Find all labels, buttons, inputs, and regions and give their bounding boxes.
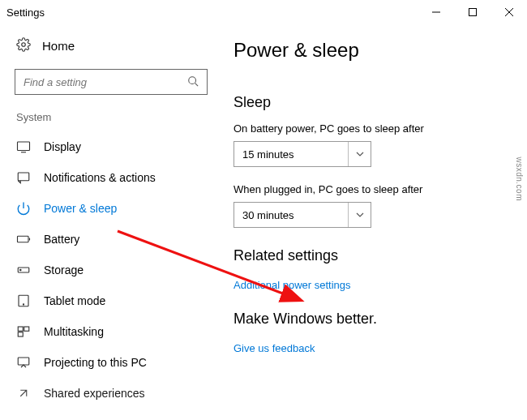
nav-label: Storage [44,264,84,276]
related-settings-heading: Related settings [234,247,504,264]
main-panel: Power & sleep Sleep On battery power, PC… [211,24,527,420]
maximize-icon [469,8,477,16]
window-title: Settings [6,6,45,19]
close-button[interactable] [491,0,527,24]
sidebar-item-power-sleep[interactable]: Power & sleep [15,193,204,224]
svg-point-4 [22,43,26,47]
projecting-icon [16,355,31,370]
shared-icon [16,386,31,401]
chevron-down-icon [348,203,371,227]
nav-label: Battery [44,233,79,246]
maximize-button[interactable] [454,0,491,24]
battery-sleep-dropdown[interactable]: 15 minutes [234,141,371,167]
notifications-icon [16,170,31,185]
nav-label: Multitasking [44,325,104,338]
power-icon [16,201,31,216]
svg-point-16 [23,304,24,305]
search-icon [187,75,199,89]
close-icon [505,8,513,16]
svg-rect-9 [18,173,29,181]
nav-label: Display [44,140,81,153]
display-icon [16,139,31,154]
sleep-heading: Sleep [234,94,504,111]
sidebar-item-multitasking[interactable]: Multitasking [15,316,204,347]
plugged-sleep-value: 30 minutes [242,209,294,221]
search-input[interactable] [24,76,187,88]
svg-rect-1 [469,9,476,16]
home-label: Home [42,39,75,53]
watermark: wsxdn.com [515,156,524,201]
svg-rect-20 [18,358,29,365]
sidebar-item-projecting[interactable]: Projecting to this PC [15,347,204,378]
storage-icon [16,263,31,277]
sidebar-item-notifications[interactable]: Notifications & actions [15,162,204,193]
minimize-icon [432,8,440,16]
plugged-sleep-dropdown[interactable]: 30 minutes [234,202,371,228]
multitasking-icon [16,324,31,339]
minimize-button[interactable] [418,0,454,24]
additional-power-settings-link[interactable]: Additional power settings [234,279,351,291]
nav-label: Projecting to this PC [44,356,147,369]
sidebar-item-battery[interactable]: Battery [15,224,204,255]
svg-rect-17 [18,327,23,331]
chevron-down-icon [348,142,371,166]
feedback-link[interactable]: Give us feedback [234,342,315,354]
sidebar: Home System Display Notifica [0,24,211,420]
titlebar: Settings [0,0,527,24]
page-title: Power & sleep [234,39,504,62]
svg-line-6 [195,83,199,86]
battery-icon [16,232,31,246]
sidebar-item-display[interactable]: Display [15,131,204,162]
gear-icon [16,37,31,54]
svg-point-5 [189,76,196,84]
svg-point-14 [20,269,22,271]
sidebar-item-tablet-mode[interactable]: Tablet mode [15,285,204,316]
svg-rect-7 [18,142,30,151]
make-windows-better-heading: Make Windows better. [234,311,504,328]
sidebar-item-shared-experiences[interactable]: Shared experiences [15,378,204,409]
tablet-icon [16,294,31,308]
nav-label: Notifications & actions [44,171,156,184]
svg-rect-11 [18,236,29,242]
nav-label: Tablet mode [44,294,105,307]
nav-label: Shared experiences [44,387,145,400]
search-box[interactable] [15,69,208,95]
window-controls [418,0,527,24]
sidebar-section-label: System [15,111,204,123]
battery-sleep-label: On battery power, PC goes to sleep after [234,122,504,135]
home-button[interactable]: Home [15,32,204,69]
nav-label: Power & sleep [44,202,117,215]
svg-rect-18 [24,327,29,331]
nav-list: Display Notifications & actions Power & … [15,131,204,409]
battery-sleep-value: 15 minutes [242,148,294,161]
svg-rect-19 [18,332,23,336]
sidebar-item-storage[interactable]: Storage [15,255,204,285]
plugged-sleep-label: When plugged in, PC goes to sleep after [234,183,504,195]
